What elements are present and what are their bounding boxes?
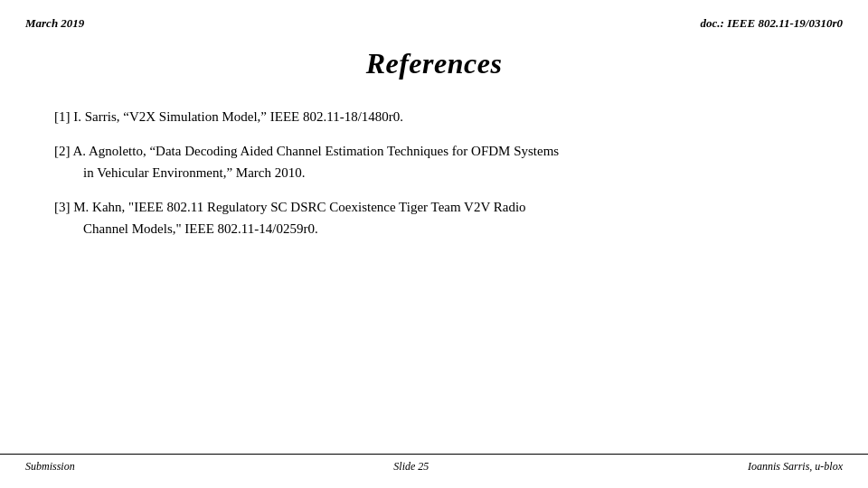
ref-1-label: [1] [54,109,71,124]
header-doc: doc.: IEEE 802.11-19/0310r0 [701,16,843,31]
ref-2-body1: A. Agnoletto, “Data Decoding Aided Chann… [72,144,559,158]
ref-3-body1: M. Kahn, "IEEE 802.11 Regulatory SC DSRC… [73,200,525,214]
reference-1: [1] I. Sarris, “V2X Simulation Model,” I… [54,106,814,127]
footer-center: Slide 25 [393,460,429,474]
ref-1-line1: [1] I. Sarris, “V2X Simulation Model,” I… [54,106,814,127]
header-date: March 2019 [25,16,84,31]
ref-3-line2: Channel Models," IEEE 802.11-14/0259r0. [54,218,814,239]
reference-2: [2] A. Agnoletto, “Data Decoding Aided C… [54,140,814,183]
ref-3-line1: [3] M. Kahn, "IEEE 802.11 Regulatory SC … [54,196,814,218]
ref-2-line2: in Vehicular Environment,” March 2010. [54,162,814,183]
ref-3-label: [3] [54,200,71,214]
footer: Submission Slide 25 Ioannis Sarris, u-bl… [0,454,868,474]
footer-right: Ioannis Sarris, u-blox [748,460,843,474]
ref-2-line1: [2] A. Agnoletto, “Data Decoding Aided C… [54,140,814,162]
ref-2-label: [2] [54,144,71,158]
reference-3: [3] M. Kahn, "IEEE 802.11 Regulatory SC … [54,196,814,239]
footer-left: Submission [25,460,75,474]
title-section: References [0,47,868,80]
references-content: [1] I. Sarris, “V2X Simulation Model,” I… [0,106,868,239]
ref-1-body: I. Sarris, “V2X Simulation Model,” IEEE … [73,109,403,124]
header: March 2019 doc.: IEEE 802.11-19/0310r0 [0,0,868,31]
page-title: References [366,47,503,80]
slide: March 2019 doc.: IEEE 802.11-19/0310r0 R… [0,0,868,488]
